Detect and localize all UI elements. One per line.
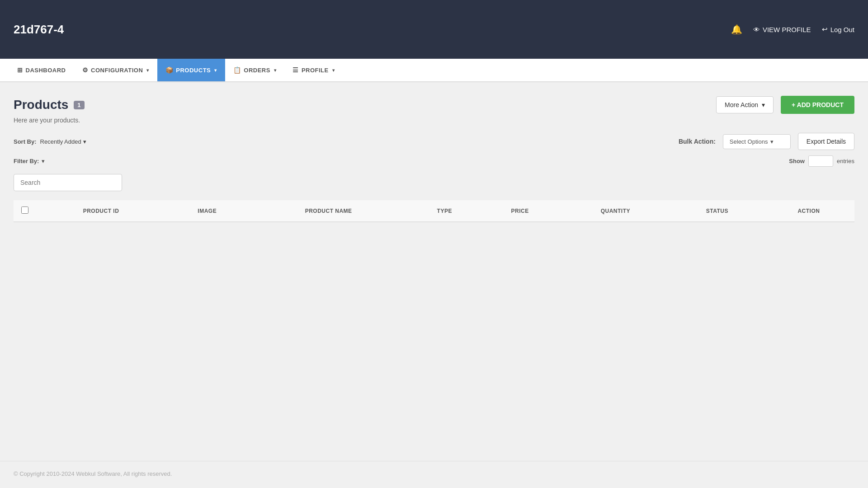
entries-input[interactable]: 15 [808,155,833,167]
nav-bar: ⊞ DASHBOARD ⚙ CONFIGURATION ▾ 📦 PRODUCTS… [0,59,868,82]
filter-label: Filter By: [14,158,39,164]
select-all-checkbox[interactable] [21,206,28,214]
page-title-actions: More Action ▾ + ADD PRODUCT [716,96,854,114]
table-header: PRODUCT ID IMAGE PRODUCT NAME TYPE PRICE… [14,200,854,222]
show-label: Show [789,158,805,164]
bulk-select-dropdown[interactable]: Select Options ▾ [723,134,791,149]
eye-icon: 👁 [753,26,760,33]
export-details-button[interactable]: Export Details [798,133,854,150]
select-all-column [14,200,36,222]
controls-row: Sort By: Recently Added ▾ Bulk Action: S… [14,133,854,150]
orders-icon: 📋 [233,66,241,74]
filter-by[interactable]: Filter By: ▾ [14,158,45,164]
sort-by-label: Sort By: [14,138,37,145]
show-entries: Show 15 entries [789,155,854,167]
sort-by: Sort By: Recently Added ▾ [14,138,86,145]
image-column: IMAGE [166,200,248,222]
bulk-action-label: Bulk Action: [679,138,716,145]
chevron-down-icon: ▾ [274,68,277,73]
quantity-column: QUANTITY [560,200,671,222]
nav-item-configuration[interactable]: ⚙ CONFIGURATION ▾ [74,59,157,81]
product-count-badge: 1 [74,101,84,109]
filter-row: Filter By: ▾ Show 15 entries [14,155,854,167]
action-column: ACTION [763,200,854,222]
copyright-text: © Copyright 2010-2024 Webkul Software, A… [14,470,172,477]
product-name-column: PRODUCT NAME [248,200,408,222]
bell-icon[interactable]: 🔔 [731,24,742,35]
dropdown-icon: ▾ [762,101,765,108]
price-column: PRICE [481,200,560,222]
logout-button[interactable]: ↩ Log Out [822,25,854,33]
chevron-down-icon: ▾ [332,68,335,73]
search-input[interactable] [14,174,122,191]
products-table: PRODUCT ID IMAGE PRODUCT NAME TYPE PRICE… [14,200,854,222]
chevron-down-icon: ▾ [146,68,149,73]
main-content: Products 1 More Action ▾ + ADD PRODUCT H… [0,82,868,461]
add-product-button[interactable]: + ADD PRODUCT [781,96,854,114]
chevron-down-icon: ▾ [83,138,86,145]
more-action-button[interactable]: More Action ▾ [716,96,774,113]
nav-item-products[interactable]: 📦 PRODUCTS ▾ [157,59,225,81]
product-id-column: PRODUCT ID [36,200,166,222]
page-title: Products [14,98,68,112]
page-title-left: Products 1 [14,98,85,112]
view-profile-button[interactable]: 👁 VIEW PROFILE [753,26,811,33]
chevron-down-icon: ▾ [770,138,774,145]
search-row [14,174,854,191]
page-subtitle: Here are your products. [14,117,854,124]
logout-icon: ↩ [822,25,828,33]
configuration-icon: ⚙ [82,66,89,74]
dashboard-icon: ⊞ [17,66,23,74]
nav-item-dashboard[interactable]: ⊞ DASHBOARD [9,59,74,81]
header-actions: 🔔 👁 VIEW PROFILE ↩ Log Out [731,24,854,35]
chevron-down-icon: ▾ [42,158,45,164]
chevron-down-icon: ▾ [214,68,217,73]
brand-name: 21d767-4 [14,23,64,37]
nav-item-orders[interactable]: 📋 ORDERS ▾ [225,59,285,81]
top-header: 21d767-4 🔔 👁 VIEW PROFILE ↩ Log Out [0,0,868,59]
page-title-row: Products 1 More Action ▾ + ADD PRODUCT [14,96,854,114]
type-column: TYPE [409,200,481,222]
footer: © Copyright 2010-2024 Webkul Software, A… [0,461,868,486]
products-icon: 📦 [165,66,174,74]
nav-item-profile[interactable]: ☰ PROFILE ▾ [284,59,343,81]
profile-icon: ☰ [292,66,299,74]
table-header-row: PRODUCT ID IMAGE PRODUCT NAME TYPE PRICE… [14,200,854,222]
status-column: STATUS [671,200,763,222]
entries-suffix: entries [837,158,854,164]
sort-dropdown[interactable]: Recently Added ▾ [40,138,86,145]
bulk-action-row: Bulk Action: Select Options ▾ Export Det… [679,133,854,150]
